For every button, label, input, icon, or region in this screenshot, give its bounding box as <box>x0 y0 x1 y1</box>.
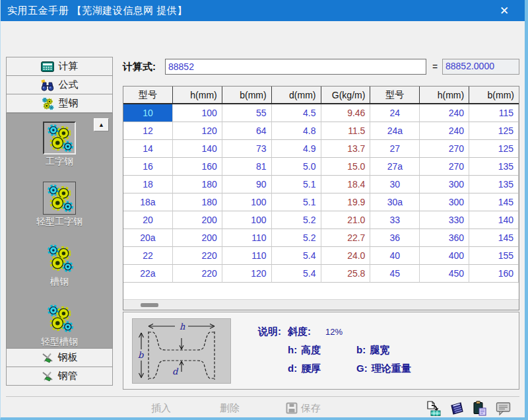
table-cell[interactable]: 11.5 <box>321 122 371 140</box>
table-cell[interactable]: 33 <box>370 211 420 229</box>
notes-button[interactable] <box>494 400 512 417</box>
table-cell[interactable]: 180 <box>173 176 222 193</box>
sidebar-item-steel-pipe[interactable]: 钢管 <box>6 367 113 386</box>
export-button[interactable] <box>425 400 442 417</box>
paste-button[interactable] <box>471 400 488 417</box>
table-cell[interactable]: 5.4 <box>272 265 321 283</box>
table-cell[interactable]: 9.46 <box>321 104 371 122</box>
column-header[interactable]: 型号 <box>123 87 173 103</box>
table-cell[interactable]: 5.1 <box>272 176 321 193</box>
save-button[interactable]: 保存 <box>286 402 321 415</box>
table-cell[interactable]: 27 <box>370 140 420 158</box>
column-header[interactable]: b(mm) <box>469 87 519 103</box>
table-cell[interactable]: 14 <box>123 140 173 158</box>
table-cell[interactable]: 22 <box>123 247 173 265</box>
table-cell[interactable]: 5.2 <box>272 211 321 229</box>
table-cell[interactable]: 73 <box>222 140 272 158</box>
table-cell[interactable]: 330 <box>420 211 469 229</box>
table-cell[interactable]: 100 <box>222 211 272 229</box>
insert-button[interactable]: 插入 <box>151 402 171 415</box>
table-cell[interactable]: 270 <box>420 158 469 176</box>
table-cell[interactable]: 140 <box>469 211 519 229</box>
sidebar-item-formula[interactable]: 公式 <box>6 75 113 94</box>
table-cell[interactable]: 200 <box>173 211 222 229</box>
column-header[interactable]: d(mm) <box>272 87 321 103</box>
table-cell[interactable]: 20 <box>123 211 173 229</box>
table-cell[interactable]: 120 <box>173 122 222 140</box>
table-cell[interactable]: 125 <box>469 140 519 158</box>
table-cell[interactable]: 18.4 <box>321 176 371 193</box>
table-cell[interactable]: 450 <box>420 265 469 283</box>
table-cell[interactable]: 5.0 <box>272 158 321 176</box>
scrollbar-thumb[interactable] <box>141 303 158 307</box>
table-cell[interactable]: 18 <box>123 176 173 193</box>
formula-input[interactable] <box>165 59 426 75</box>
table-cell[interactable]: 360 <box>420 229 469 247</box>
table-cell[interactable]: 200 <box>173 229 222 247</box>
table-cell[interactable]: 110 <box>222 229 272 247</box>
table-cell[interactable]: 90 <box>222 176 272 193</box>
table-cell[interactable]: 81 <box>222 158 272 176</box>
table-cell[interactable]: 20a <box>123 229 173 247</box>
table-cell[interactable]: 21.0 <box>321 211 371 229</box>
table-cell[interactable]: 145 <box>469 193 519 211</box>
table-cell[interactable]: 4.8 <box>272 122 321 140</box>
table-cell[interactable]: 13.7 <box>321 140 371 158</box>
table-cell[interactable]: 55 <box>222 104 272 122</box>
table-cell[interactable]: 30a <box>370 193 420 211</box>
table-cell[interactable]: 100 <box>222 193 272 211</box>
table-cell[interactable]: 160 <box>469 265 519 283</box>
panel-item-light-i-beam[interactable]: 轻型工字钢 <box>10 182 109 228</box>
table-cell[interactable]: 115 <box>469 104 519 122</box>
table-cell[interactable]: 64 <box>222 122 272 140</box>
table-cell[interactable]: 110 <box>222 247 272 265</box>
table-cell[interactable]: 400 <box>420 247 469 265</box>
table-cell[interactable]: 15.0 <box>321 158 371 176</box>
table-cell[interactable]: 12 <box>123 122 173 140</box>
table-cell[interactable]: 5.2 <box>272 229 321 247</box>
table-cell[interactable]: 300 <box>420 176 469 193</box>
table-cell[interactable]: 4.9 <box>272 140 321 158</box>
table-cell[interactable]: 155 <box>469 247 519 265</box>
table-cell[interactable]: 4.5 <box>272 104 321 122</box>
panel-item-light-channel-steel[interactable]: 轻型槽钢 <box>10 302 109 348</box>
table-cell[interactable]: 40 <box>370 247 420 265</box>
column-header[interactable]: h(mm) <box>420 87 469 103</box>
table-cell[interactable]: 220 <box>173 247 222 265</box>
table-cell[interactable]: 120 <box>222 265 272 283</box>
table-cell[interactable]: 220 <box>173 265 222 283</box>
table-cell[interactable]: 16 <box>123 158 173 176</box>
column-header[interactable]: G(kg/m) <box>321 87 371 103</box>
column-header[interactable]: 型号 <box>370 87 420 103</box>
table-cell[interactable]: 180 <box>173 193 222 211</box>
table-cell[interactable]: 22.7 <box>321 229 371 247</box>
panel-item-channel-steel[interactable]: 槽钢 <box>10 242 109 288</box>
table-cell[interactable]: 25.8 <box>321 265 371 283</box>
table-cell[interactable]: 240 <box>420 122 469 140</box>
close-icon[interactable]: ✕ <box>493 1 515 20</box>
table-cell[interactable]: 140 <box>173 140 222 158</box>
column-header[interactable]: b(mm) <box>222 87 272 103</box>
scroll-up-button[interactable]: ▲ <box>94 118 109 131</box>
table-cell[interactable]: 160 <box>173 158 222 176</box>
table-cell[interactable]: 5.1 <box>272 193 321 211</box>
table-cell[interactable]: 145 <box>469 229 519 247</box>
table-cell[interactable]: 100 <box>173 104 222 122</box>
table-cell[interactable]: 19.9 <box>321 193 371 211</box>
delete-button[interactable]: 删除 <box>220 402 240 415</box>
table-cell[interactable]: 240 <box>420 104 469 122</box>
table-cell[interactable]: 27a <box>370 158 420 176</box>
calculator-tool-button[interactable] <box>448 400 465 417</box>
table-cell[interactable]: 18a <box>123 193 173 211</box>
table-cell[interactable]: 24.0 <box>321 247 371 265</box>
table-cell[interactable]: 36 <box>370 229 420 247</box>
table-cell[interactable]: 270 <box>420 140 469 158</box>
table-cell[interactable]: 5.4 <box>272 247 321 265</box>
table-cell[interactable]: 24 <box>370 104 420 122</box>
table-cell[interactable]: 10 <box>123 104 173 122</box>
table-cell[interactable]: 45 <box>370 265 420 283</box>
sidebar-item-calculate[interactable]: 计算 <box>6 57 113 76</box>
table-cell[interactable]: 135 <box>469 176 519 193</box>
table-cell[interactable]: 30 <box>370 176 420 193</box>
table-cell[interactable]: 24a <box>370 122 420 140</box>
